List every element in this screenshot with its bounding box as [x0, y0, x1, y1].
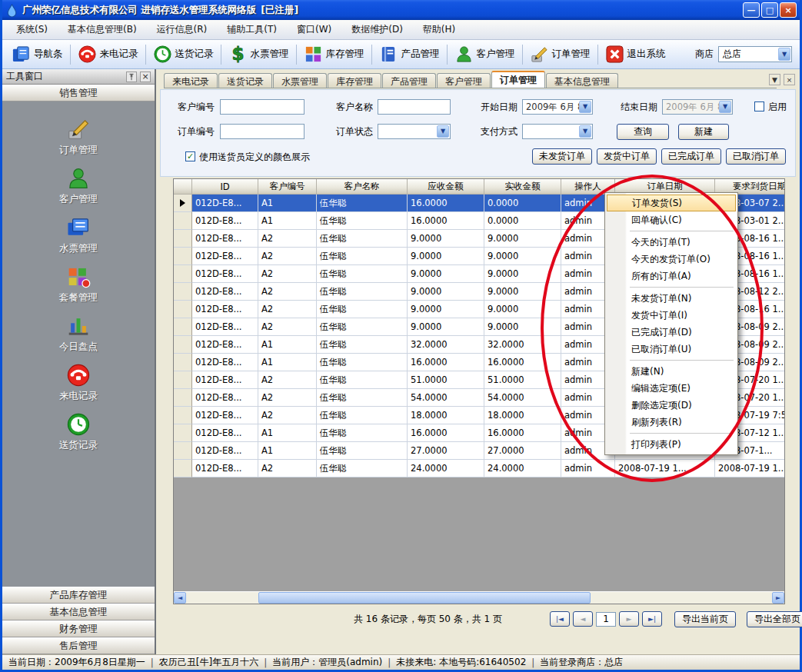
- row-selector[interactable]: [174, 212, 192, 230]
- last-page-button[interactable]: ►|: [642, 611, 662, 627]
- menu-item[interactable]: 系统(S): [7, 20, 57, 39]
- context-menu-item[interactable]: 今天的发货订单(O): [607, 251, 736, 268]
- chevron-down-icon[interactable]: ▼: [579, 101, 591, 113]
- tab-客户管理[interactable]: 客户管理: [437, 73, 491, 88]
- scrollbar-thumb[interactable]: [258, 592, 591, 604]
- context-menu-item[interactable]: 已取消订单(U): [607, 341, 736, 358]
- customer-no-input[interactable]: [220, 99, 304, 115]
- menu-item[interactable]: 帮助(H): [414, 20, 464, 39]
- row-selector[interactable]: [174, 265, 192, 283]
- order-status-dropdown[interactable]: ▼: [378, 124, 451, 139]
- sidebar-group[interactable]: 产品库存管理: [2, 587, 155, 604]
- toolbar-button[interactable]: 来电记录: [73, 42, 143, 66]
- row-selector[interactable]: [174, 248, 192, 265]
- context-menu-item[interactable]: 删除选定项(D): [607, 397, 736, 414]
- context-menu-item[interactable]: 发货中订单(I): [607, 307, 736, 324]
- chevron-down-icon[interactable]: ▼: [719, 101, 731, 113]
- store-dropdown[interactable]: 总店 ▼: [718, 46, 792, 62]
- tab-menu-arrow-icon[interactable]: ▼: [769, 74, 780, 85]
- scroll-right-icon[interactable]: ►: [772, 592, 784, 604]
- color-checkbox[interactable]: ✓: [185, 151, 195, 161]
- first-page-button[interactable]: |◄: [550, 611, 570, 627]
- pin-icon[interactable]: [126, 72, 137, 82]
- tab-订单管理[interactable]: 订单管理: [491, 71, 545, 88]
- tab-库存管理[interactable]: 库存管理: [328, 73, 381, 88]
- menu-item[interactable]: 窗口(W): [288, 20, 341, 39]
- status-filter-button[interactable]: 已完成订单: [661, 148, 721, 165]
- enable-checkbox[interactable]: [754, 101, 764, 111]
- sidebar-item[interactable]: 来电记录: [32, 361, 125, 404]
- context-menu-item[interactable]: 回单确认(C): [607, 211, 736, 228]
- row-selector[interactable]: [174, 195, 192, 212]
- context-menu-item[interactable]: 编辑选定项(E): [607, 380, 736, 397]
- minimize-button[interactable]: —: [743, 2, 760, 18]
- sidebar-item[interactable]: 订单管理: [32, 115, 125, 158]
- tab-产品管理[interactable]: 产品管理: [382, 73, 436, 88]
- row-selector[interactable]: [174, 336, 192, 354]
- sidebar-group[interactable]: 基本信息管理: [2, 604, 155, 620]
- column-header[interactable]: 应收金额: [408, 179, 484, 195]
- menu-item[interactable]: 数据维护(D): [342, 20, 412, 39]
- column-header[interactable]: ID: [192, 179, 258, 195]
- row-selector[interactable]: [174, 389, 192, 407]
- close-button[interactable]: ×: [780, 2, 797, 18]
- export-all-button[interactable]: 导出全部页: [747, 611, 802, 627]
- toolbar-button[interactable]: 产品管理: [374, 42, 444, 66]
- row-selector[interactable]: [174, 424, 192, 442]
- tab-close-icon[interactable]: ×: [784, 74, 795, 85]
- export-current-button[interactable]: 导出当前页: [674, 611, 736, 627]
- close-icon[interactable]: ×: [140, 72, 151, 82]
- horizontal-scrollbar[interactable]: ◄ ►: [174, 591, 784, 604]
- row-selector[interactable]: [174, 460, 192, 477]
- toolbar-button[interactable]: 导航条: [7, 42, 68, 66]
- row-selector[interactable]: [174, 230, 192, 248]
- toolbar-button[interactable]: 库存管理: [299, 42, 369, 66]
- status-filter-button[interactable]: 发货中订单: [597, 148, 657, 165]
- toolbar-button[interactable]: 客户管理: [450, 42, 520, 66]
- context-menu-item[interactable]: 新建(N): [607, 363, 736, 380]
- menu-item[interactable]: 运行信息(R): [148, 20, 217, 39]
- toolbar-button[interactable]: 送货记录: [148, 42, 218, 66]
- context-menu-item[interactable]: 今天的订单(T): [607, 234, 736, 251]
- start-date-picker[interactable]: 2009年 6月 8日 ▼: [522, 99, 593, 115]
- tab-基本信息管理[interactable]: 基本信息管理: [546, 73, 618, 88]
- menu-item[interactable]: 辅助工具(T): [218, 20, 286, 39]
- page-number-input[interactable]: 1: [596, 612, 616, 627]
- column-header[interactable]: 客户编号: [258, 179, 317, 195]
- table-row[interactable]: 012D-E8...A2伍华聪24.000024.0000admin2008-0…: [174, 460, 785, 477]
- chevron-down-icon[interactable]: ▼: [579, 125, 591, 138]
- row-selector[interactable]: [174, 407, 192, 424]
- customer-name-input[interactable]: [378, 99, 451, 115]
- menu-item[interactable]: 基本信息管理(B): [58, 20, 146, 39]
- status-filter-button[interactable]: 已取消订单: [726, 148, 786, 165]
- sidebar-item[interactable]: 送货记录: [32, 411, 125, 454]
- context-menu-item[interactable]: 已完成订单(D): [607, 324, 736, 341]
- tab-来电记录[interactable]: 来电记录: [164, 73, 218, 88]
- toolbar-button[interactable]: 订单管理: [525, 42, 595, 66]
- new-button[interactable]: 新建: [678, 124, 729, 140]
- next-page-button[interactable]: ►: [619, 611, 639, 627]
- column-header[interactable]: 实收金额: [484, 179, 561, 195]
- query-button[interactable]: 查询: [617, 124, 669, 140]
- maximize-button[interactable]: □: [761, 2, 778, 18]
- column-header[interactable]: 客户名称: [317, 179, 408, 195]
- chevron-down-icon[interactable]: ▼: [437, 125, 449, 138]
- scroll-left-icon[interactable]: ◄: [174, 592, 186, 604]
- context-menu-item[interactable]: 未发货订单(N): [607, 290, 736, 307]
- row-selector[interactable]: [174, 318, 192, 336]
- row-selector[interactable]: [174, 283, 192, 301]
- row-selector[interactable]: [174, 301, 192, 318]
- context-menu-item[interactable]: 刷新列表(R): [607, 414, 736, 431]
- sidebar-group[interactable]: 财务管理: [2, 620, 155, 637]
- toolbar-button[interactable]: 退出系统: [601, 42, 671, 66]
- chevron-down-icon[interactable]: ▼: [778, 48, 790, 61]
- context-menu-item[interactable]: 订单发货(S): [607, 195, 736, 211]
- sidebar-item[interactable]: 套餐管理: [32, 263, 125, 306]
- sidebar-group-sales[interactable]: 销售管理: [2, 85, 155, 101]
- pay-method-dropdown[interactable]: ▼: [522, 124, 593, 139]
- row-selector[interactable]: [174, 371, 192, 389]
- order-no-input[interactable]: [220, 124, 304, 139]
- row-selector[interactable]: [174, 442, 192, 460]
- sidebar-group[interactable]: 售后管理: [2, 637, 155, 654]
- sidebar-item[interactable]: 水票管理: [32, 214, 125, 257]
